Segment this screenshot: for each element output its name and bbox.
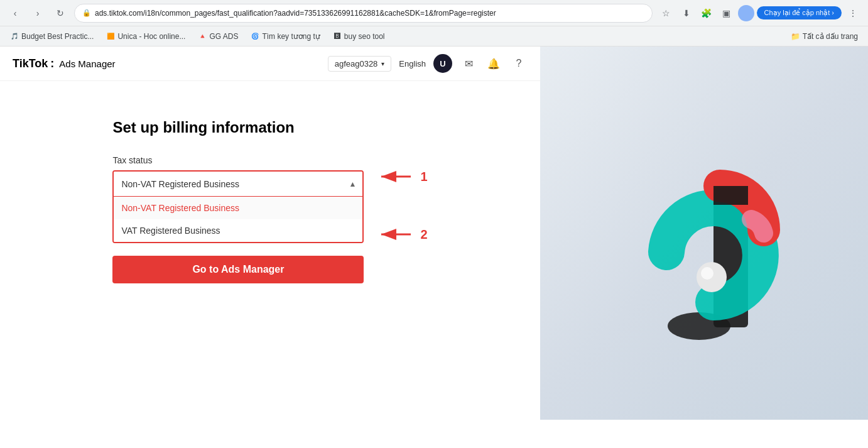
option-label: VAT Registered Business bbox=[121, 226, 220, 236]
header-right: agfeag0328 ▾ English U ✉ 🔔 ? bbox=[328, 54, 528, 73]
right-section bbox=[540, 46, 868, 420]
user-avatar: U bbox=[433, 54, 452, 73]
dropdown-option-non-vat[interactable]: Non-VAT Registered Business bbox=[114, 197, 362, 219]
dropdown-menu: Non-VAT Registered Business VAT Register… bbox=[114, 197, 362, 242]
profile-avatar[interactable] bbox=[738, 5, 754, 21]
sidebar-button[interactable]: ▣ bbox=[718, 4, 735, 22]
dropdown-option-vat[interactable]: VAT Registered Business bbox=[114, 219, 362, 242]
show-all-label: Tất cả dấu trang bbox=[803, 32, 858, 41]
annotation-1-number: 1 bbox=[420, 170, 427, 184]
help-icon[interactable]: ? bbox=[510, 55, 528, 72]
seo-favicon: 🅱 bbox=[333, 32, 342, 41]
bookmark-unica[interactable]: 🟧 Unica - Hoc online... bbox=[102, 31, 189, 42]
tiktok-header: TikTok : Ads Manager agfeag0328 ▾ Englis… bbox=[0, 46, 540, 81]
svg-rect-8 bbox=[713, 186, 748, 205]
bookmark-label: Unica - Hoc online... bbox=[117, 32, 185, 41]
mail-icon[interactable]: ✉ bbox=[460, 55, 477, 72]
annotation-2-number: 2 bbox=[420, 227, 427, 242]
bookmark-tiktok[interactable]: 🎵 Budget Best Practic... bbox=[6, 31, 97, 42]
back-button[interactable]: ‹ bbox=[6, 4, 24, 22]
lock-icon: 🔒 bbox=[82, 9, 91, 17]
annotation-2: 2 bbox=[376, 224, 427, 244]
forward-button[interactable]: › bbox=[29, 4, 46, 22]
bookmark-tim-key[interactable]: 🌀 Tìm key tương tự bbox=[247, 31, 323, 42]
browser-nav: ‹ › ↻ 🔒 ads.tiktok.com/i18n/common_pages… bbox=[0, 0, 868, 26]
nav-actions: ☆ ⬇ 🧩 ▣ Chạy lại để cập nhật › ⋮ bbox=[658, 4, 862, 22]
option-label: Non-VAT Registered Business bbox=[121, 203, 239, 213]
tiktok-3d-logo bbox=[616, 126, 792, 340]
annotation-1: 1 bbox=[376, 167, 427, 187]
left-section: TikTok : Ads Manager agfeag0328 ▾ Englis… bbox=[0, 46, 540, 420]
tiktok-brand: TikTok bbox=[13, 57, 48, 70]
bookmark-label: Tìm key tương tự bbox=[262, 32, 320, 41]
tax-status-dropdown[interactable]: Non-VAT Registered Business ▲ Non-VAT Re… bbox=[112, 170, 364, 243]
bookmark-label: Budget Best Practic... bbox=[21, 32, 94, 41]
page-content: TikTok : Ads Manager agfeag0328 ▾ Englis… bbox=[0, 46, 868, 420]
bookmark-label: GG ADS bbox=[209, 32, 238, 41]
refresh-button[interactable]: ↻ bbox=[52, 4, 69, 22]
dropdown-selected[interactable]: Non-VAT Registered Business ▲ bbox=[114, 172, 362, 197]
arrow-2-icon bbox=[376, 224, 414, 244]
timkey-favicon: 🌀 bbox=[251, 32, 259, 41]
bookmarks-right: 📁 Tất cả dấu trang bbox=[787, 31, 862, 42]
update-button[interactable]: Chạy lại để cập nhật › bbox=[757, 6, 842, 19]
bookmark-star-button[interactable]: ☆ bbox=[658, 4, 675, 22]
tiktok-decoration bbox=[540, 46, 868, 420]
account-selector[interactable]: agfeag0328 ▾ bbox=[328, 56, 392, 72]
more-menu-button[interactable]: ⋮ bbox=[844, 4, 862, 22]
tax-status-group: Tax status Non-VAT Registered Business ▲ bbox=[112, 155, 364, 283]
tiktok-separator: : bbox=[50, 57, 54, 70]
chevron-down-icon: ▾ bbox=[381, 60, 384, 67]
form-card: Set up billing information Tax status No… bbox=[112, 119, 364, 296]
unica-favicon: 🟧 bbox=[106, 32, 115, 41]
ggads-favicon: 🔺 bbox=[198, 32, 207, 41]
tiktok-favicon: 🎵 bbox=[10, 32, 19, 41]
bookmark-seo[interactable]: 🅱 buy seo tool bbox=[329, 31, 389, 42]
form-title: Set up billing information bbox=[112, 119, 364, 136]
folder-icon: 📁 bbox=[791, 32, 800, 41]
tiktok-logo: TikTok : Ads Manager bbox=[13, 57, 116, 70]
bookmark-label: buy seo tool bbox=[344, 32, 385, 41]
go-to-ads-manager-button[interactable]: Go to Ads Manager bbox=[112, 256, 364, 283]
account-name: agfeag0328 bbox=[335, 59, 378, 68]
tiktok-product: Ads Manager bbox=[59, 58, 115, 69]
form-area: Set up billing information Tax status No… bbox=[0, 81, 540, 420]
show-all-bookmarks[interactable]: 📁 Tất cả dấu trang bbox=[787, 31, 862, 42]
extensions-button[interactable]: 🧩 bbox=[698, 4, 715, 22]
bookmarks-bar: 🎵 Budget Best Practic... 🟧 Unica - Hoc o… bbox=[0, 26, 868, 46]
downloads-button[interactable]: ⬇ bbox=[678, 4, 695, 22]
url-text: ads.tiktok.com/i18n/common_pages/fast_qu… bbox=[95, 9, 644, 18]
bell-icon[interactable]: 🔔 bbox=[485, 55, 502, 72]
tax-status-label: Tax status bbox=[112, 155, 364, 165]
chevron-up-icon: ▲ bbox=[349, 180, 357, 188]
bookmark-ggads[interactable]: 🔺 GG ADS bbox=[194, 31, 242, 42]
address-bar[interactable]: 🔒 ads.tiktok.com/i18n/common_pages/fast_… bbox=[74, 4, 653, 23]
svg-point-7 bbox=[701, 267, 713, 280]
language-selector[interactable]: English bbox=[399, 59, 426, 68]
selected-value: Non-VAT Registered Business bbox=[121, 179, 239, 189]
arrow-1-icon bbox=[376, 167, 414, 187]
